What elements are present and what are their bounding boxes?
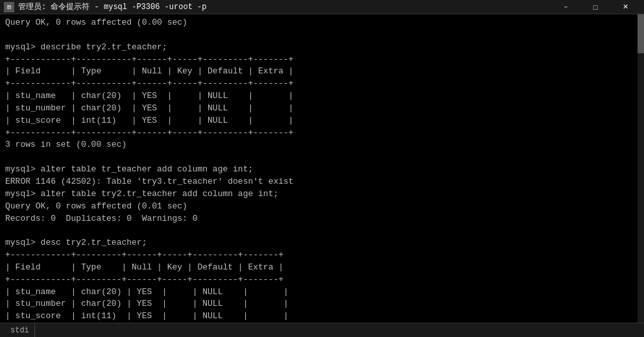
statusbar-item: stdi bbox=[5, 323, 35, 337]
scrollbar[interactable] bbox=[638, 14, 644, 323]
titlebar-left: ⊞ 管理员: 命令提示符 - mysql -P3306 -uroot -p bbox=[4, 1, 206, 12]
maximize-button[interactable]: □ bbox=[580, 0, 610, 14]
scrollbar-thumb[interactable] bbox=[638, 14, 644, 53]
titlebar-title: 管理员: 命令提示符 - mysql -P3306 -uroot -p bbox=[18, 1, 206, 12]
app-icon: ⊞ bbox=[4, 2, 14, 12]
titlebar: ⊞ 管理员: 命令提示符 - mysql -P3306 -uroot -p － … bbox=[0, 0, 644, 14]
terminal-area: Query OK, 0 rows affected (0.00 sec) mys… bbox=[0, 14, 644, 323]
terminal-output: Query OK, 0 rows affected (0.00 sec) mys… bbox=[5, 17, 639, 323]
minimize-button[interactable]: － bbox=[551, 0, 580, 14]
close-button[interactable]: ✕ bbox=[610, 0, 640, 14]
statusbar: stdi bbox=[0, 323, 644, 337]
statusbar-text: stdi bbox=[10, 326, 29, 335]
titlebar-controls: － □ ✕ bbox=[551, 0, 640, 14]
